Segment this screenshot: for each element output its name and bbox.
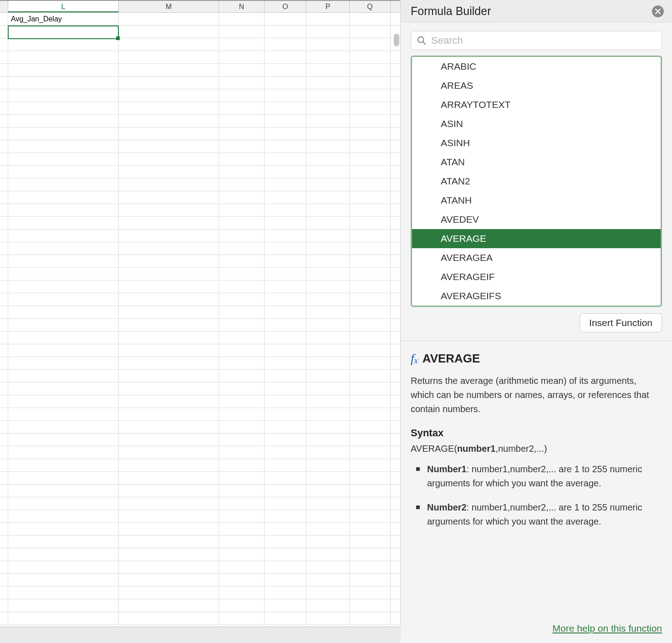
cell[interactable] <box>350 319 391 331</box>
cell[interactable] <box>265 217 306 229</box>
cell[interactable] <box>265 599 306 612</box>
cell[interactable] <box>119 599 219 612</box>
cell[interactable] <box>219 204 265 216</box>
cell[interactable] <box>219 77 265 89</box>
cell[interactable] <box>265 230 306 242</box>
cell[interactable] <box>219 370 265 382</box>
cell[interactable] <box>265 166 306 178</box>
cell[interactable] <box>306 268 350 280</box>
cell-L1[interactable]: Avg_Jan_Delay <box>8 13 119 25</box>
search-box[interactable] <box>411 31 662 50</box>
cell[interactable] <box>350 13 391 25</box>
cell[interactable] <box>306 472 350 484</box>
cell[interactable] <box>306 128 350 140</box>
cell[interactable] <box>265 561 306 573</box>
cell[interactable] <box>8 115 119 127</box>
cell[interactable] <box>306 255 350 267</box>
cell[interactable] <box>8 574 119 586</box>
cell[interactable] <box>8 38 119 51</box>
cell[interactable] <box>219 446 265 459</box>
cell[interactable] <box>306 319 350 331</box>
cell[interactable] <box>350 128 391 140</box>
cell[interactable] <box>265 140 306 153</box>
cell[interactable] <box>306 89 350 102</box>
cell[interactable] <box>119 344 219 357</box>
cell[interactable] <box>265 306 306 318</box>
cell[interactable] <box>265 574 306 586</box>
cell[interactable] <box>350 140 391 153</box>
cell[interactable] <box>219 459 265 471</box>
cell[interactable] <box>265 293 306 306</box>
cell[interactable] <box>350 446 391 459</box>
cell[interactable] <box>119 217 219 229</box>
cell[interactable] <box>219 383 265 395</box>
cell[interactable] <box>350 472 391 484</box>
function-item-arabic[interactable]: ARABIC <box>412 57 661 76</box>
cell[interactable] <box>219 536 265 548</box>
cell[interactable] <box>265 459 306 471</box>
cell[interactable] <box>265 523 306 535</box>
cell[interactable] <box>219 102 265 114</box>
cell[interactable] <box>119 179 219 191</box>
cell[interactable] <box>119 153 219 165</box>
cell[interactable] <box>8 485 119 497</box>
cell[interactable] <box>8 561 119 573</box>
cell[interactable] <box>350 599 391 612</box>
cell[interactable] <box>350 89 391 102</box>
cell[interactable] <box>119 26 219 38</box>
cell[interactable] <box>350 153 391 165</box>
cell[interactable] <box>219 13 265 25</box>
cell[interactable] <box>265 153 306 165</box>
cell[interactable] <box>350 166 391 178</box>
cell[interactable] <box>119 38 219 51</box>
cell[interactable] <box>219 140 265 153</box>
cell[interactable] <box>265 13 306 25</box>
cell[interactable] <box>8 357 119 369</box>
cell[interactable] <box>8 344 119 357</box>
cell[interactable] <box>265 357 306 369</box>
cell[interactable] <box>306 357 350 369</box>
cell[interactable] <box>350 587 391 599</box>
cell[interactable] <box>265 485 306 497</box>
cell[interactable] <box>119 140 219 153</box>
cell[interactable] <box>8 536 119 548</box>
vertical-scrollbar-thumb[interactable] <box>394 34 399 46</box>
cell[interactable] <box>119 128 219 140</box>
cell[interactable] <box>8 102 119 114</box>
function-item-areas[interactable]: AREAS <box>412 76 661 95</box>
cell[interactable] <box>119 319 219 331</box>
cell[interactable] <box>119 421 219 433</box>
cell[interactable] <box>219 561 265 573</box>
cell[interactable] <box>219 319 265 331</box>
cell[interactable] <box>350 191 391 204</box>
cell[interactable] <box>219 268 265 280</box>
cell[interactable] <box>265 472 306 484</box>
cell[interactable] <box>219 26 265 38</box>
cell[interactable] <box>219 306 265 318</box>
cell[interactable] <box>8 51 119 63</box>
cell[interactable] <box>265 587 306 599</box>
cell[interactable] <box>8 510 119 522</box>
cell[interactable] <box>8 179 119 191</box>
cell[interactable] <box>265 281 306 293</box>
cell[interactable] <box>219 485 265 497</box>
cell[interactable] <box>219 472 265 484</box>
cell[interactable] <box>119 102 219 114</box>
cell[interactable] <box>219 344 265 357</box>
cell[interactable] <box>265 344 306 357</box>
cell[interactable] <box>306 51 350 63</box>
cell[interactable] <box>265 370 306 382</box>
cell[interactable] <box>306 510 350 522</box>
function-item-atanh[interactable]: ATANH <box>412 191 661 210</box>
cell[interactable] <box>219 612 265 624</box>
cell[interactable] <box>306 102 350 114</box>
close-button[interactable] <box>652 5 664 17</box>
cell[interactable] <box>350 497 391 510</box>
cell[interactable] <box>8 89 119 102</box>
cell[interactable] <box>350 332 391 344</box>
function-item-asin[interactable]: ASIN <box>412 114 661 133</box>
cell[interactable] <box>219 38 265 51</box>
cell[interactable] <box>350 64 391 76</box>
cell[interactable] <box>265 395 306 408</box>
cell[interactable] <box>119 536 219 548</box>
